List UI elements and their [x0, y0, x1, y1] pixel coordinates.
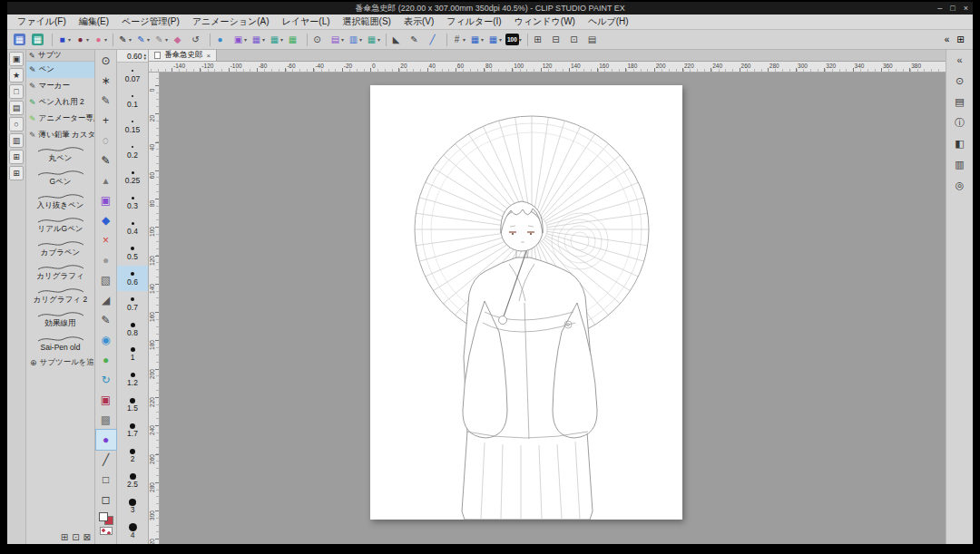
- eraser-tool-icon[interactable]: ×: [96, 230, 116, 250]
- subtool-item[interactable]: Sai-Pen old: [26, 332, 94, 355]
- subtool-item[interactable]: Gペン: [26, 167, 94, 190]
- brush-size-option[interactable]: 3: [117, 493, 148, 519]
- blue-grid-a-icon[interactable]: ▦▾: [468, 32, 486, 48]
- zoom-100-icon[interactable]: 100▾: [505, 32, 524, 48]
- page-list-icon[interactable]: ⊟: [549, 32, 567, 48]
- gradient-drop-tool-icon[interactable]: ●: [96, 350, 116, 370]
- paper-color-icon[interactable]: ■▾: [55, 32, 74, 48]
- menu-item[interactable]: ウィンドウ(W): [508, 15, 582, 29]
- pen-tool-icon[interactable]: ✎: [96, 151, 116, 170]
- selection-tool-icon[interactable]: ◌: [96, 131, 116, 151]
- brush-size-option[interactable]: 0.6: [117, 266, 148, 291]
- blend-tool-icon[interactable]: ●: [96, 250, 116, 270]
- close-button[interactable]: ×: [964, 4, 968, 13]
- blue-panel-icon[interactable]: ▥▾: [347, 32, 365, 48]
- blue-pen-preset-icon[interactable]: ✎▾: [134, 32, 152, 48]
- gradient-tool-icon[interactable]: ▩: [96, 410, 116, 430]
- toolbar-options-icon[interactable]: ⊞: [954, 32, 967, 48]
- collapse-dock-icon[interactable]: «: [951, 53, 969, 67]
- export-icon[interactable]: ⊡: [567, 32, 585, 48]
- zoom-tool-icon[interactable]: ⊙: [96, 51, 116, 71]
- canvas-viewport[interactable]: [160, 73, 946, 544]
- brush-size-option[interactable]: 0.8: [117, 316, 148, 342]
- workspace-icon[interactable]: ▣: [9, 52, 24, 66]
- brush-size-option[interactable]: 4: [117, 519, 148, 544]
- subtool-item[interactable]: 効果線用: [26, 308, 94, 332]
- layer-property-icon[interactable]: ▥: [951, 157, 969, 171]
- figure-tool-icon[interactable]: ●: [96, 430, 116, 450]
- snap-ruler-icon[interactable]: ◣: [389, 32, 407, 48]
- brush-size-option[interactable]: 1: [117, 341, 148, 366]
- snap-guide-icon[interactable]: ╱: [426, 32, 444, 48]
- toolbar-icon[interactable]: [210, 34, 211, 46]
- page-manager-icon[interactable]: ▦: [13, 32, 31, 48]
- grid-pair-a-icon[interactable]: ⊞: [9, 150, 24, 164]
- brush-size-option[interactable]: 0.15: [117, 113, 148, 139]
- subtool-item[interactable]: カリグラフィ 2: [26, 285, 94, 308]
- brush-size-option[interactable]: 0.07: [117, 63, 148, 88]
- subtool-item[interactable]: ✎マーカー: [26, 78, 94, 94]
- palette-b-icon[interactable]: ▤: [9, 101, 24, 115]
- maximize-button[interactable]: □: [950, 4, 955, 13]
- menu-item[interactable]: アニメーション(A): [186, 15, 276, 29]
- toolbar-icon[interactable]: [446, 34, 447, 46]
- delete-subtool-icon[interactable]: ⊠: [83, 533, 91, 542]
- brush-tool-icon[interactable]: ✎: [96, 310, 116, 330]
- brush-size-value[interactable]: 0.60: [127, 52, 142, 61]
- brush-size-option[interactable]: 0.3: [117, 190, 148, 215]
- subtool-item[interactable]: ✎アニメーター専用: [26, 111, 94, 127]
- palette-c-icon[interactable]: ○: [9, 117, 24, 131]
- print-icon[interactable]: ▤: [585, 32, 603, 48]
- operation-tool-icon[interactable]: ∗: [96, 71, 116, 91]
- palette-a-icon[interactable]: □: [9, 84, 24, 99]
- subview-icon[interactable]: ◎: [951, 178, 969, 192]
- selection-launcher-icon[interactable]: ⊙: [310, 32, 328, 48]
- toolbar-icon[interactable]: [113, 34, 113, 46]
- pencil-tool-icon[interactable]: ✎: [96, 91, 116, 111]
- teal-grid-icon[interactable]: ▦▾: [268, 32, 286, 48]
- brush-size-option[interactable]: 1.5: [117, 392, 148, 417]
- transparent-color-icon[interactable]: ◻: [96, 490, 116, 510]
- toolbar-icon[interactable]: [386, 34, 387, 46]
- pen-preset-icon[interactable]: ✎▾: [116, 32, 134, 48]
- eraser-preset-icon[interactable]: ◆: [171, 32, 189, 48]
- new-subtool-icon[interactable]: ⊞: [61, 533, 68, 542]
- green-grid-icon[interactable]: ▦: [286, 32, 304, 48]
- brush-size-option[interactable]: 0.25: [117, 164, 148, 190]
- snap-special-ruler-icon[interactable]: ✎: [407, 32, 426, 48]
- subtool-item[interactable]: ✎薄い鉛筆 カスタ: [26, 127, 94, 143]
- subtool-item[interactable]: カリグラフィ: [26, 261, 94, 285]
- pen-category-icon[interactable]: ✎: [29, 52, 35, 60]
- brush-size-option[interactable]: 0.4: [117, 215, 148, 240]
- favorites-icon[interactable]: ★: [9, 68, 24, 83]
- brush-size-option[interactable]: 2: [117, 442, 148, 468]
- grid-icon[interactable]: #▾: [450, 32, 468, 48]
- duplicate-subtool-icon[interactable]: ⊡: [72, 533, 79, 542]
- size-down-icon[interactable]: ▾: [143, 56, 146, 60]
- auto-select-icon[interactable]: ●: [213, 32, 231, 48]
- brush-size-option[interactable]: 1.7: [117, 417, 148, 442]
- menu-item[interactable]: 表示(V): [397, 15, 440, 29]
- subtool-item[interactable]: 入り抜きペン: [26, 190, 94, 214]
- toolbar-icon[interactable]: [307, 34, 308, 46]
- grid-pair-b-icon[interactable]: ⊞: [9, 166, 24, 180]
- move-tool-icon[interactable]: +: [96, 111, 116, 131]
- document-canvas[interactable]: [370, 85, 682, 520]
- quick-access-icon[interactable]: ▤: [951, 94, 969, 109]
- menu-item[interactable]: ファイル(F): [11, 15, 73, 29]
- fill-tool-icon[interactable]: ▧: [96, 270, 116, 290]
- main-drawing-color-icon[interactable]: ●▾: [74, 32, 92, 48]
- subtool-item[interactable]: リアルGペン: [26, 214, 94, 238]
- airbrush-tool-icon[interactable]: ▴: [96, 170, 116, 190]
- pattern-swatch[interactable]: [100, 527, 113, 535]
- violet-grid-icon[interactable]: ▦▾: [250, 32, 268, 48]
- menu-item[interactable]: 編集(E): [73, 15, 115, 29]
- line-tool-icon[interactable]: ╱: [96, 450, 116, 470]
- brush-size-option[interactable]: 0.7: [117, 291, 148, 316]
- subtool-item[interactable]: 丸ペン: [26, 143, 94, 167]
- tab-close-icon[interactable]: ×: [207, 52, 211, 60]
- sub-drawing-color-icon[interactable]: ●▾: [92, 32, 110, 48]
- material-icon[interactable]: ◧: [951, 136, 969, 151]
- eyedropper-tool-icon[interactable]: ◢: [96, 290, 116, 310]
- new-page-icon[interactable]: ⊞: [531, 32, 549, 48]
